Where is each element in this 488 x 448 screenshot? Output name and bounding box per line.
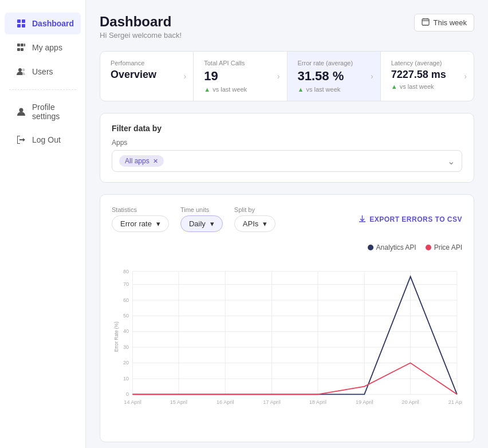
metric-card-latency[interactable]: Latency (average) 7227.58 ms ▲ vs last w… [381,52,474,101]
svg-text:15 April: 15 April [170,399,187,405]
metric-apicalls-value: 19 [204,69,276,84]
metric-latency-value: 7227.58 ms [391,69,463,81]
sidebar-divider [9,89,76,90]
svg-text:40: 40 [123,328,129,334]
statistics-control: Statistics Error rate ▾ [112,206,169,232]
svg-text:20: 20 [123,360,129,366]
sidebar-item-myapps[interactable]: My apps [5,37,81,58]
sidebar-logout-label: Log Out [32,135,61,144]
svg-rect-1 [22,19,25,23]
svg-text:18 April: 18 April [309,399,326,405]
svg-text:80: 80 [123,269,129,274]
time-units-value: Daily [189,219,206,228]
this-week-label: This week [433,18,467,27]
metric-latency-label: Latency (average) [391,60,463,66]
svg-text:21 April: 21 April [448,399,462,405]
y-axis: 0 10 20 30 40 50 60 70 80 [123,269,457,397]
split-by-dropdown[interactable]: APIs ▾ [234,215,276,232]
price-label: Price API [434,243,462,251]
all-apps-tag-label: All apps [125,157,149,165]
users-icon [16,66,26,77]
svg-rect-6 [24,44,25,46]
split-by-label: Split by [234,206,276,213]
svg-point-11 [19,108,23,112]
metric-latency-vs: ▲ vs last week [391,83,463,90]
chart-area: Analytics API Price API 0 10 20 30 40 [112,243,462,430]
download-icon [359,215,366,224]
sidebar-profile-label: Profile settings [32,103,69,121]
apps-dropdown[interactable]: All apps ✕ ⌄ [112,150,462,172]
calendar-icon [422,18,430,27]
filter-section: Filter data by Apps All apps ✕ ⌄ [100,113,474,183]
sidebar-item-dashboard[interactable]: Dashboard [5,13,81,34]
sidebar: Dashboard My apps Users Profile settings [0,0,86,448]
header-left: Dashboard Hi Sergei welcome back! [100,14,182,40]
metric-card-error-rate[interactable]: Error rate (average) 31.58 % ▲ vs last w… [288,52,381,101]
metric-overview-label: Perfomance [111,60,183,66]
svg-text:19 April: 19 April [356,399,373,405]
split-by-value: APIs [243,219,258,228]
metric-card-overview[interactable]: Perfomance Overview › [100,52,194,101]
svg-text:16 April: 16 April [217,399,234,405]
export-csv-button[interactable]: EXPORT ERRORS TO CSV [359,215,462,224]
page-title: Dashboard [100,14,182,30]
sidebar-myapps-label: My apps [32,43,62,52]
svg-rect-3 [22,24,25,27]
time-dropdown-arrow-icon: ▾ [210,219,214,228]
svg-text:10: 10 [123,376,129,382]
stats-controls: Statistics Error rate ▾ Time units Daily… [112,206,462,232]
statistics-label: Statistics [112,206,169,213]
svg-rect-7 [17,48,20,51]
price-dot [426,245,431,250]
metric-errorrate-value: 31.58 % [298,69,370,84]
time-units-dropdown[interactable]: Daily ▾ [180,215,223,232]
apps-label: Apps [112,139,462,147]
x-axis: 14 April 15 April 16 April 17 April 18 A… [124,399,462,405]
svg-point-9 [18,68,22,72]
dropdown-chevron-icon: ⌄ [447,156,455,167]
svg-rect-8 [21,48,23,51]
svg-text:50: 50 [123,313,129,319]
apps-tags: All apps ✕ [119,155,164,167]
line-chart: 0 10 20 30 40 50 60 70 80 [112,256,462,428]
stats-section: Statistics Error rate ▾ Time units Daily… [100,194,474,442]
sidebar-dashboard-label: Dashboard [32,19,74,28]
sidebar-item-users[interactable]: Users [5,61,81,82]
svg-text:0: 0 [126,391,129,397]
chevron-right-icon-3: › [371,72,373,81]
split-by-control: Split by APIs ▾ [234,206,276,232]
analytics-label: Analytics API [376,243,416,251]
sidebar-item-logout[interactable]: Log Out [5,129,81,151]
profile-icon [16,107,26,117]
svg-text:60: 60 [123,297,129,303]
sidebar-users-label: Users [32,67,53,76]
time-units-control: Time units Daily ▾ [180,206,223,232]
page-subtitle: Hi Sergei welcome back! [100,31,182,40]
metric-errorrate-label: Error rate (average) [298,60,370,66]
filter-title: Filter data by [112,124,462,133]
metric-apicalls-label: Total API Calls [204,60,276,66]
trend-up-icon-2: ▲ [298,86,304,93]
svg-text:20 April: 20 April [402,399,419,405]
this-week-button[interactable]: This week [414,14,474,32]
time-units-label: Time units [180,206,223,213]
metrics-row: Perfomance Overview › Total API Calls 19… [100,51,474,101]
remove-app-tag[interactable]: ✕ [153,158,158,165]
metric-apicalls-vs: ▲ vs last week [204,86,276,93]
dropdown-arrow-icon: ▾ [156,219,160,228]
trend-up-icon-3: ▲ [391,83,398,90]
analytics-line [133,277,457,395]
legend-price: Price API [426,243,462,251]
sidebar-item-profile[interactable]: Profile settings [5,97,81,127]
svg-rect-2 [17,24,21,27]
analytics-dot [368,245,373,250]
page-header: Dashboard Hi Sergei welcome back! This w… [100,14,474,40]
chevron-right-icon-4: › [464,72,467,81]
statistics-dropdown[interactable]: Error rate ▾ [112,215,169,232]
apps-icon [16,42,26,53]
svg-text:70: 70 [123,281,129,287]
chart-legend: Analytics API Price API [112,243,462,251]
metric-card-api-calls[interactable]: Total API Calls 19 ▲ vs last week › [194,52,287,101]
grid-icon [16,18,26,29]
svg-text:17 April: 17 April [263,399,280,405]
